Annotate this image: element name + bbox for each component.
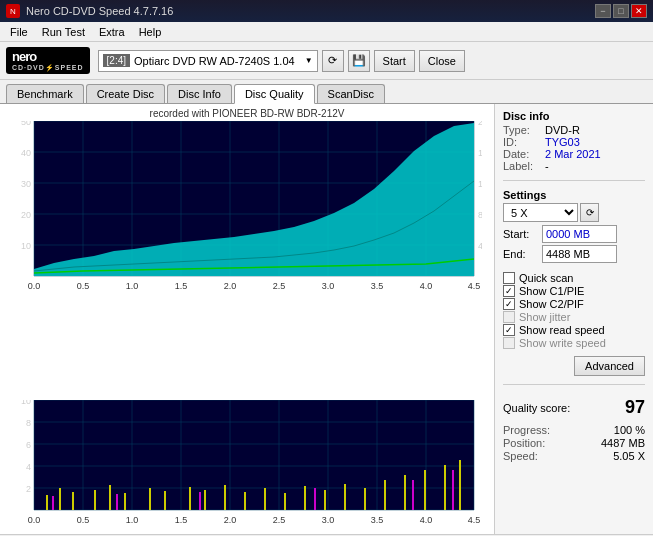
divider-1 [503,180,645,181]
svg-text:2: 2 [26,484,31,494]
disc-label-row: Label: - [503,160,645,172]
progress-section: Progress: 100 % Position: 4487 MB Speed:… [503,424,645,463]
svg-rect-60 [124,493,126,510]
show-read-speed-checkbox[interactable] [503,324,515,336]
svg-rect-79 [116,494,118,510]
close-button[interactable]: Close [419,50,465,72]
progress-row: Progress: 100 % [503,424,645,436]
save-button[interactable]: 💾 [348,50,370,72]
show-jitter-checkbox[interactable] [503,311,515,323]
tab-disc-quality[interactable]: Disc Quality [234,84,315,104]
title-bar-title: Nero CD-DVD Speed 4.7.7.16 [26,5,173,17]
drive-name: Optiarc DVD RW AD-7240S 1.04 [134,55,295,67]
svg-rect-38 [34,400,474,510]
show-jitter-label: Show jitter [519,311,570,323]
svg-rect-56 [59,488,61,510]
end-field-label: End: [503,248,538,260]
advanced-button[interactable]: Advanced [574,356,645,376]
progress-label: Progress: [503,424,550,436]
svg-rect-67 [264,488,266,510]
show-write-speed-label: Show write speed [519,337,606,349]
settings-refresh-button[interactable]: ⟳ [580,203,599,222]
svg-text:2.0: 2.0 [224,281,237,291]
disc-info-section: Disc info Type: DVD-R ID: TYG03 Date: 2 … [503,110,645,172]
svg-rect-82 [412,480,414,510]
quick-scan-checkbox[interactable] [503,272,515,284]
svg-rect-66 [244,492,246,510]
disc-label-value: - [545,160,549,172]
nero-logo: nero CD·DVD⚡SPEED [6,47,90,74]
svg-text:4.0: 4.0 [420,515,433,525]
svg-text:3.5: 3.5 [371,281,384,291]
svg-rect-73 [384,480,386,510]
tab-create-disc[interactable]: Create Disc [86,84,165,103]
show-read-speed-label: Show read speed [519,324,605,336]
quality-score-label: Quality score: [503,402,570,414]
svg-text:50: 50 [21,121,31,127]
speed-label: Speed: [503,450,538,462]
svg-text:6: 6 [26,440,31,450]
svg-rect-59 [109,485,111,510]
show-jitter-row: Show jitter [503,311,645,323]
tab-benchmark[interactable]: Benchmark [6,84,84,103]
speed-select[interactable]: 5 X Maximum 4 X 8 X [503,203,578,222]
svg-text:0.5: 0.5 [77,515,90,525]
svg-rect-68 [284,493,286,510]
menu-help[interactable]: Help [133,25,168,39]
show-c2pif-checkbox[interactable] [503,298,515,310]
svg-text:2.5: 2.5 [273,515,286,525]
svg-text:8: 8 [26,418,31,428]
minimize-button[interactable]: − [595,4,611,18]
svg-text:20: 20 [21,210,31,220]
chart-area: recorded with PIONEER BD-RW BDR-212V [0,104,495,534]
disc-date-label: Date: [503,148,541,160]
svg-text:20: 20 [478,121,482,127]
svg-text:1.0: 1.0 [126,281,139,291]
toolbar: nero CD·DVD⚡SPEED [2:4] Optiarc DVD RW A… [0,42,653,80]
svg-text:8: 8 [478,210,482,220]
svg-rect-71 [344,484,346,510]
close-window-button[interactable]: ✕ [631,4,647,18]
tab-disc-info[interactable]: Disc Info [167,84,232,103]
bottom-chart-svg: 10 8 6 4 2 0.0 0.5 1.0 1.5 2.0 2.5 3.0 3… [4,400,482,530]
start-field-row: Start: [503,225,645,243]
disc-type-value: DVD-R [545,124,580,136]
quick-scan-row: Quick scan [503,272,645,284]
start-button[interactable]: Start [374,50,415,72]
svg-rect-55 [46,495,48,510]
menu-file[interactable]: File [4,25,34,39]
svg-rect-65 [224,485,226,510]
show-c2pif-label: Show C2/PIF [519,298,584,310]
drive-selector[interactable]: [2:4] Optiarc DVD RW AD-7240S 1.04 ▼ [98,50,318,72]
svg-rect-78 [52,496,54,510]
checkboxes-section: Quick scan Show C1/PIE Show C2/PIF Show … [503,272,645,350]
refresh-button[interactable]: ⟳ [322,50,344,72]
svg-text:4: 4 [26,462,31,472]
menu-run-test[interactable]: Run Test [36,25,91,39]
position-row: Position: 4487 MB [503,437,645,449]
svg-text:0.0: 0.0 [28,515,41,525]
start-field[interactable] [542,225,617,243]
tab-scan-disc[interactable]: ScanDisc [317,84,385,103]
svg-rect-76 [444,465,446,510]
top-chart: 50 40 30 20 10 20 16 12 8 4 0.0 0.5 1.0 … [4,121,490,396]
end-field[interactable] [542,245,617,263]
svg-text:0.0: 0.0 [28,281,41,291]
svg-text:40: 40 [21,148,31,158]
menu-extra[interactable]: Extra [93,25,131,39]
progress-value: 100 % [614,424,645,436]
disc-id-row: ID: TYG03 [503,136,645,148]
show-write-speed-checkbox[interactable] [503,337,515,349]
svg-rect-58 [94,490,96,510]
disc-id-value: TYG03 [545,136,580,148]
end-field-row: End: [503,245,645,263]
show-c1pie-checkbox[interactable] [503,285,515,297]
speed-row: Speed: 5.05 X [503,450,645,462]
svg-rect-62 [164,491,166,510]
quality-score-value: 97 [625,397,645,418]
svg-text:10: 10 [21,400,31,406]
svg-text:30: 30 [21,179,31,189]
disc-type-label: Type: [503,124,541,136]
show-c2pif-row: Show C2/PIF [503,298,645,310]
maximize-button[interactable]: □ [613,4,629,18]
